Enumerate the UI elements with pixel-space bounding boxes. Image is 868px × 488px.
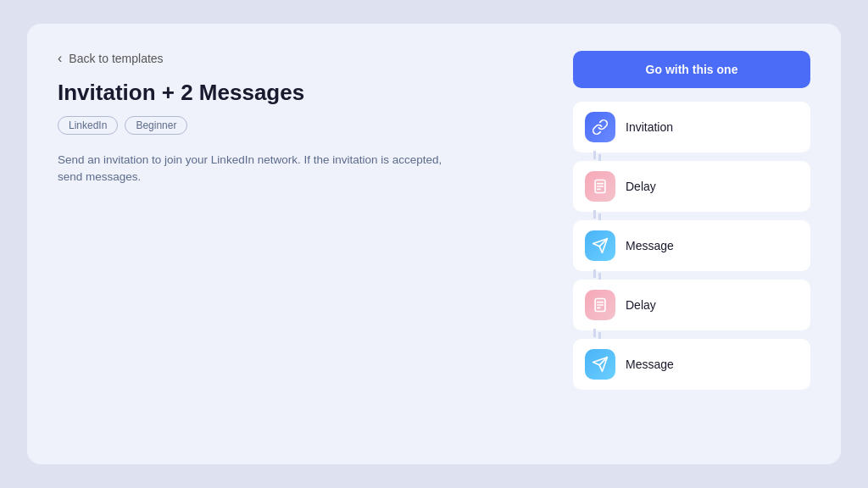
- delay-icon: [585, 290, 615, 320]
- step-label-message1: Message: [626, 239, 674, 252]
- step-connector-0: [598, 154, 601, 161]
- step-label-delay2: Delay: [626, 298, 656, 312]
- tag-linkedin: LinkedIn: [58, 116, 118, 135]
- back-to-templates-link[interactable]: ‹ Back to templates: [58, 51, 546, 66]
- step-item-delay1[interactable]: Delay: [573, 161, 810, 212]
- step-label-delay1: Delay: [626, 180, 656, 193]
- steps-list: Invitation Delay Message Delay Message: [573, 102, 810, 391]
- page-title: Invitation + 2 Messages: [58, 80, 546, 106]
- page-container: ‹ Back to templates Invitation + 2 Messa…: [27, 24, 841, 464]
- step-item-message1[interactable]: Message: [573, 220, 810, 271]
- back-link-label: Back to templates: [69, 52, 163, 65]
- description-text: Send an invitation to join your LinkedIn…: [58, 152, 465, 186]
- step-connector-1: [598, 214, 601, 220]
- step-connector-2: [598, 273, 601, 280]
- step-label-invitation: Invitation: [626, 120, 673, 134]
- go-with-this-button[interactable]: Go with this one: [573, 51, 810, 88]
- tag-beginner: Beginner: [125, 116, 187, 135]
- invitation-icon: [585, 112, 615, 142]
- delay-icon: [585, 171, 615, 202]
- tags-container: LinkedIn Beginner: [58, 116, 546, 135]
- chevron-left-icon: ‹: [58, 51, 62, 66]
- message-icon: [585, 230, 615, 261]
- step-item-delay2[interactable]: Delay: [573, 280, 810, 330]
- step-item-message2[interactable]: Message: [573, 339, 810, 390]
- step-label-message2: Message: [626, 358, 674, 371]
- left-panel: ‹ Back to templates Invitation + 2 Messa…: [58, 51, 546, 437]
- message-icon: [585, 349, 615, 380]
- step-item-invitation[interactable]: Invitation: [573, 102, 810, 152]
- right-panel: Go with this one Invitation Delay Messag…: [573, 51, 810, 437]
- step-connector-3: [598, 332, 601, 339]
